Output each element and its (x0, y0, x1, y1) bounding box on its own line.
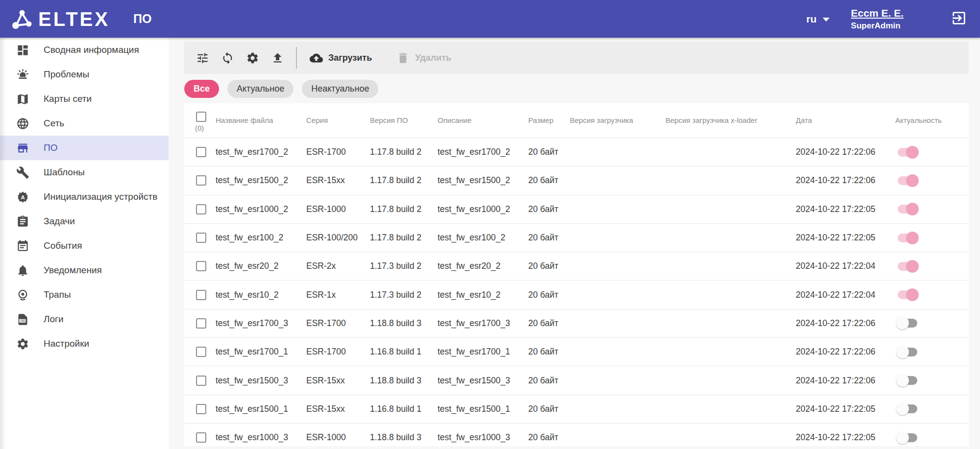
cell-series: ESR-1000 (306, 432, 370, 443)
row-checkbox[interactable] (196, 404, 206, 414)
upload-firmware-button[interactable]: Загрузить (310, 51, 372, 65)
sidebar-item-2[interactable]: Проблемы (0, 62, 169, 87)
cell-size: 20 байт (528, 432, 570, 443)
language-selector[interactable]: ru (807, 13, 830, 25)
row-checkbox-cell (184, 175, 216, 186)
row-checkbox[interactable] (196, 290, 206, 300)
eltex-logo[interactable]: ELTEX (11, 8, 110, 30)
cell-size: 20 байт (528, 233, 570, 243)
actuality-toggle[interactable] (896, 174, 919, 188)
gear-button[interactable] (246, 51, 259, 65)
actuality-cell (895, 174, 969, 188)
sidebar-item-4[interactable]: Сеть (0, 111, 169, 136)
actuality-toggle[interactable] (896, 202, 919, 216)
cell-series: ESR-1x (306, 290, 370, 300)
row-checkbox[interactable] (196, 347, 206, 357)
events-icon (16, 239, 29, 253)
actuality-cell (895, 231, 969, 245)
select-all-checkbox[interactable] (196, 112, 206, 122)
actuality-toggle[interactable] (896, 145, 919, 159)
cell-description: test_fw_esr1500_2 (438, 175, 528, 186)
sidebar-item-12[interactable]: LOGЛоги (0, 307, 169, 331)
cell-description: test_fw_esr1000_2 (438, 204, 528, 214)
toggle-knob (906, 146, 919, 159)
toggle-knob (906, 288, 919, 301)
logout-button[interactable] (951, 10, 967, 28)
column-header: Серия (306, 103, 370, 124)
row-checkbox[interactable] (196, 318, 206, 329)
actuality-toggle[interactable] (896, 431, 919, 445)
toggle-knob (896, 402, 909, 415)
column-header: Дата (796, 103, 895, 124)
tune-button[interactable] (196, 51, 209, 65)
sidebar-item-label: ПО (44, 142, 57, 153)
sidebar-item-9[interactable]: События (0, 234, 169, 258)
firmware-icon (16, 142, 29, 155)
filter-chip-1[interactable]: Все (184, 80, 219, 98)
cell-name: test_fw_esr10_2 (216, 290, 306, 300)
siren-icon (16, 68, 29, 81)
filter-chip-3[interactable]: Неактуальное (302, 80, 378, 98)
user-name-link[interactable]: Eccm E. E. (851, 7, 904, 20)
actuality-toggle[interactable] (896, 288, 919, 302)
sidebar-item-3[interactable]: Карты сети (0, 87, 169, 111)
sidebar-item-10[interactable]: Уведомления (0, 258, 169, 283)
row-checkbox[interactable] (196, 376, 206, 386)
svg-text:LOG: LOG (20, 319, 25, 322)
sidebar-item-label: Уведомления (44, 265, 102, 276)
toggle-knob (906, 203, 919, 215)
row-checkbox[interactable] (196, 175, 206, 186)
globe-icon (16, 117, 29, 130)
main-content: Загрузить Удалить ВсеАктуальноеНеактуаль… (169, 38, 980, 449)
sidebar-item-13[interactable]: Настройки (0, 331, 169, 356)
filter-chip-2[interactable]: Актуальное (227, 80, 294, 98)
row-checkbox[interactable] (196, 432, 206, 443)
toggle-knob (896, 374, 909, 387)
row-checkbox[interactable] (196, 233, 206, 243)
column-header: Название файла (216, 103, 306, 124)
actuality-toggle[interactable] (896, 231, 919, 245)
firmware-table: (0) Название файлаСерияВерсия ПООписание… (184, 103, 969, 446)
sidebar-item-label: Задачи (44, 216, 75, 227)
toolbar-divider (296, 47, 297, 69)
sidebar-item-5[interactable]: ПО (0, 136, 169, 160)
row-checkbox[interactable] (196, 147, 206, 157)
dashboard-icon (16, 44, 29, 57)
actuality-cell (895, 431, 969, 445)
sidebar-item-6[interactable]: Шаблоны (0, 160, 169, 185)
upload-button[interactable] (271, 51, 284, 65)
cell-description: test_fw_esr1700_2 (438, 147, 528, 157)
auto-init-icon: A (16, 190, 29, 204)
sidebar-item-1[interactable]: Сводная информация (0, 38, 169, 62)
actuality-toggle[interactable] (896, 316, 919, 330)
actuality-toggle[interactable] (896, 374, 919, 387)
row-checkbox[interactable] (196, 261, 206, 271)
cell-version: 1.17.8 build 2 (370, 147, 438, 157)
cell-name: test_fw_esr1700_2 (216, 147, 306, 157)
row-checkbox[interactable] (196, 204, 206, 214)
sidebar-item-8[interactable]: Задачи (0, 209, 169, 234)
brand-text: ELTEX (38, 9, 110, 29)
actuality-toggle[interactable] (896, 402, 919, 416)
cell-version: 1.17.8 build 2 (370, 175, 438, 186)
sidebar-item-7[interactable]: AИнициализация устройств (0, 185, 169, 209)
cell-version: 1.16.8 build 1 (370, 347, 438, 357)
actuality-toggle[interactable] (896, 345, 919, 359)
table-row: test_fw_esr1700_2ESR-17001.17.8 build 2t… (184, 138, 969, 166)
page-title: ПО (133, 12, 151, 26)
table-row: test_fw_esr1500_3ESR-15xx1.18.8 build 3t… (184, 366, 969, 394)
user-role: SuperAdmin (851, 21, 904, 31)
sidebar-item-11[interactable]: Трапы (0, 283, 169, 307)
language-label: ru (807, 13, 817, 25)
toolbar: Загрузить Удалить (184, 42, 969, 74)
cell-version: 1.16.8 build 1 (370, 404, 438, 414)
cell-size: 20 байт (528, 147, 570, 157)
delete-firmware-button[interactable]: Удалить (396, 51, 451, 65)
actuality-toggle[interactable] (896, 260, 919, 273)
cell-size: 20 байт (528, 376, 570, 386)
refresh-button[interactable] (221, 51, 234, 65)
cell-series: ESR-1700 (306, 318, 370, 329)
table-row: test_fw_esr1700_3ESR-17001.18.8 build 3t… (184, 309, 969, 337)
cell-size: 20 байт (528, 404, 570, 414)
refresh-icon (221, 51, 234, 65)
